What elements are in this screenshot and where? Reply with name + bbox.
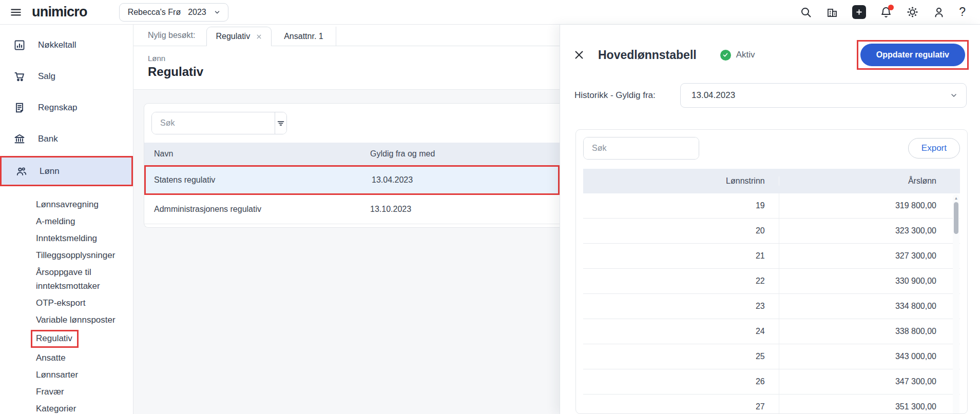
buildings-icon[interactable] <box>826 6 838 18</box>
chevron-down-icon <box>214 9 221 16</box>
app-body: Nøkkeltall Salg Regnskap Bank Lønn Lønns… <box>0 25 980 414</box>
app-window: unimicro Rebecca's Frø 2023 <box>0 0 980 414</box>
sidebar-item-nokkeltall[interactable]: Nøkkeltall <box>0 31 133 60</box>
salary-row[interactable]: 21327 300,00 <box>583 244 960 269</box>
submenu-item-kategorier[interactable]: Kategorier <box>36 400 129 414</box>
topbar: unimicro Rebecca's Frø 2023 <box>0 0 980 25</box>
submenu-item-otp-eksport[interactable]: OTP-eksport <box>36 294 129 311</box>
submenu-item-a-melding[interactable]: A-melding <box>36 213 129 230</box>
scrollbar-thumb[interactable] <box>954 202 958 234</box>
scrollbar-up-arrow[interactable]: ▲ <box>953 194 959 202</box>
status-text: Aktiv <box>736 50 755 60</box>
sidebar-submenu: Lønnsavregning A-melding Inntektsmelding… <box>0 189 133 414</box>
submenu-item-regulativ[interactable]: Regulativ <box>36 328 129 349</box>
sidebar-item-regnskap[interactable]: Regnskap <box>0 93 133 122</box>
close-icon[interactable] <box>573 49 585 61</box>
salary-table-card: Export Lønnstrinn Årslønn 19319 800,00 2… <box>575 129 968 414</box>
salary-row[interactable]: 26347 300,00 <box>583 369 960 395</box>
cell-lonnstrinn: 27 <box>583 395 779 414</box>
column-header-navn[interactable]: Navn <box>144 149 370 159</box>
submenu-item-tilleggsopplysninger[interactable]: Tilleggsopplysninger <box>36 247 129 264</box>
update-regulativ-button[interactable]: Oppdater regulativ <box>860 44 965 66</box>
history-date-value: 13.04.2023 <box>691 90 735 101</box>
salary-row[interactable]: 27351 300,00 <box>583 395 960 414</box>
company-selector[interactable]: Rebecca's Frø 2023 <box>119 3 228 22</box>
salary-row[interactable]: 20323 300,00 <box>583 219 960 244</box>
panel-search-input[interactable] <box>584 137 699 159</box>
table-row-administrasjonens-regulativ[interactable]: Admministrasjonens regulativ 13.10.2023 <box>144 195 560 224</box>
salary-row[interactable]: 25343 000,00 <box>583 344 960 369</box>
cell-lonnstrinn: 19 <box>583 193 779 218</box>
regulativ-table: Navn Gyldig fra og med Statens regulativ… <box>144 143 560 224</box>
hamburger-menu-icon[interactable] <box>9 6 23 19</box>
search-icon[interactable] <box>800 6 812 18</box>
cell-gyldig: 13.10.2023 <box>370 205 560 214</box>
bell-icon[interactable] <box>880 6 892 18</box>
scrollbar: ▲ <box>953 194 959 414</box>
filter-icon <box>276 118 286 128</box>
column-header-gyldig[interactable]: Gyldig fra og med <box>370 149 560 159</box>
column-header-lonnstrinn[interactable]: Lønnstrinn <box>583 176 779 186</box>
sidebar-item-lonn[interactable]: Lønn <box>0 156 133 186</box>
cell-arslonn: 347 300,00 <box>779 377 960 386</box>
search-input[interactable] <box>152 112 275 134</box>
salary-row[interactable]: 19319 800,00 <box>583 193 960 219</box>
salary-table: Lønnstrinn Årslønn 19319 800,00 20323 30… <box>583 169 960 414</box>
topbar-left: unimicro Rebecca's Frø 2023 <box>9 3 228 22</box>
main-content: Nylig besøkt: Regulativ Ansattnr. 1 Lønn… <box>133 25 560 414</box>
salary-row[interactable]: 22330 900,00 <box>583 269 960 294</box>
table-row-statens-regulativ[interactable]: Statens regulativ 13.04.2023 <box>144 165 560 195</box>
history-date-select[interactable]: 13.04.2023 <box>680 83 967 108</box>
panel-search-box <box>583 137 699 160</box>
help-icon[interactable]: ? <box>959 5 966 19</box>
salary-table-header: Lønnstrinn Årslønn <box>583 169 960 193</box>
search-row <box>144 112 560 143</box>
cell-lonnstrinn: 20 <box>583 219 779 243</box>
people-icon <box>15 165 27 178</box>
bar-chart-icon <box>13 39 26 51</box>
submenu-item-inntektsmelding[interactable]: Inntektsmelding <box>36 230 129 247</box>
export-button[interactable]: Export <box>908 138 960 159</box>
column-header-arslonn[interactable]: Årslønn <box>779 176 960 186</box>
salary-row[interactable]: 23334 800,00 <box>583 294 960 319</box>
content-area: Navn Gyldig fra og med Statens regulativ… <box>133 90 560 414</box>
sidebar-item-label: Regnskap <box>38 103 78 113</box>
submenu-item-variable-lonnsposter[interactable]: Variable lønnsposter <box>36 311 129 328</box>
cell-arslonn: 338 800,00 <box>779 327 960 336</box>
tab-close-icon[interactable] <box>256 33 262 40</box>
status-badge: Aktiv <box>720 50 755 61</box>
regulativ-list-card: Navn Gyldig fra og med Statens regulativ… <box>144 103 560 228</box>
tab-strip: Nylig besøkt: Regulativ Ansattnr. 1 <box>133 25 560 46</box>
filter-button[interactable] <box>275 112 286 134</box>
add-icon[interactable] <box>852 5 866 19</box>
gear-icon[interactable] <box>906 6 919 18</box>
panel-title: Hovedlønnstabell <box>598 48 697 62</box>
sidebar-item-label: Salg <box>38 71 55 82</box>
page-title: Regulativ <box>148 65 545 79</box>
sidebar-item-label: Nøkkeltall <box>38 40 76 50</box>
tab-regulativ[interactable]: Regulativ <box>206 27 272 46</box>
submenu-item-lonnsavregning[interactable]: Lønnsavregning <box>36 196 129 213</box>
submenu-item-ansatte[interactable]: Ansatte <box>36 349 129 366</box>
cell-arslonn: 330 900,00 <box>779 277 960 286</box>
page-header: Lønn Regulativ <box>133 46 560 90</box>
cell-arslonn: 323 300,00 <box>779 226 960 235</box>
sidebar-item-salg[interactable]: Salg <box>0 62 133 91</box>
sidebar-item-label: Bank <box>38 134 58 144</box>
submenu-item-lonnsarter[interactable]: Lønnsarter <box>36 366 129 383</box>
cell-gyldig: 13.04.2023 <box>372 175 558 185</box>
check-icon <box>720 50 731 61</box>
tab-ansattnr-1[interactable]: Ansattnr. 1 <box>272 27 336 46</box>
cell-arslonn: 334 800,00 <box>779 302 960 311</box>
company-year: 2023 <box>188 8 206 17</box>
submenu-item-arsoppgave[interactable]: Årsoppgave til inntektsmottaker <box>36 264 129 294</box>
sidebar-item-bank[interactable]: Bank <box>0 125 133 153</box>
bank-icon <box>13 133 26 145</box>
annotation-box-update-button: Oppdater regulativ <box>857 40 969 70</box>
submenu-item-fravaer[interactable]: Fravær <box>36 383 129 400</box>
tab-label: Ansattnr. 1 <box>284 32 323 41</box>
user-icon[interactable] <box>933 6 945 18</box>
cell-lonnstrinn: 23 <box>583 294 779 319</box>
salary-row[interactable]: 24338 800,00 <box>583 319 960 344</box>
panel-header: Hovedlønnstabell Aktiv Oppdater regulati… <box>560 25 980 70</box>
